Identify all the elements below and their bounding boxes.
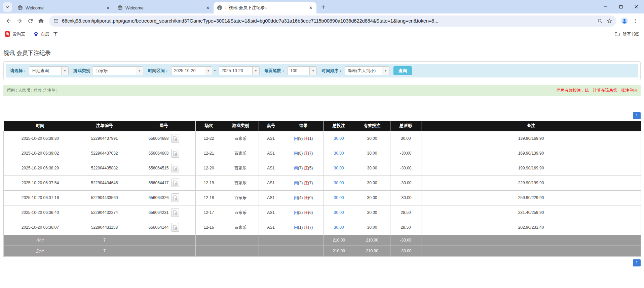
- search-button[interactable]: 查询: [393, 66, 412, 75]
- address-bar[interactable]: 66cxkj98.com/ipl/portal.php/game/betreco…: [49, 15, 616, 27]
- back-button[interactable]: [3, 15, 14, 26]
- round-number: 656064326: [148, 195, 168, 200]
- table-row: 2025-10-20 06:39:30522904437991656064688…: [4, 131, 641, 146]
- page-title: 视讯 会员下注纪录: [3, 49, 641, 57]
- cell-game-type: 百家乐: [222, 220, 259, 235]
- zoom-icon[interactable]: [597, 18, 603, 24]
- cell-session: 12-18: [196, 190, 222, 205]
- video-replay-icon[interactable]: [171, 179, 179, 187]
- all-bookmarks-button[interactable]: 所有书签: [614, 31, 639, 37]
- page-size-select[interactable]: 100 ▼: [287, 66, 317, 75]
- globe-icon: [17, 5, 23, 10]
- cell-total-bet: 30.00: [324, 146, 354, 161]
- browser-tab-active[interactable]: :::视讯 会员下注纪录::: ✕: [214, 2, 316, 13]
- cell-valid-bet: 30.00: [354, 175, 390, 190]
- sort-order-select[interactable]: 降幂(由大到小) ▼: [345, 66, 389, 75]
- total-bet-link[interactable]: 30.00: [334, 210, 344, 215]
- cell-remark: 259.90/229.90: [421, 190, 641, 205]
- date-to-select[interactable]: 2025-10-20 ▼: [219, 66, 260, 75]
- minimize-button[interactable]: [598, 0, 613, 13]
- tab-search-button[interactable]: [3, 2, 12, 12]
- cell-game-type: 百家乐: [222, 131, 259, 146]
- cell-table-number: AS1: [259, 131, 283, 146]
- reload-button[interactable]: [25, 15, 36, 26]
- bookmark-label: 百度一下: [41, 31, 58, 37]
- page-1-button[interactable]: 1: [633, 112, 641, 119]
- total-bet-link[interactable]: 30.00: [334, 181, 344, 185]
- menu-icon[interactable]: [630, 15, 641, 26]
- home-button[interactable]: [36, 15, 46, 26]
- summary-cell: [132, 246, 196, 256]
- chevron-down-icon: ▼: [61, 67, 68, 75]
- tab-title: Welcome: [125, 5, 202, 10]
- summary-row: 小计7210.00210.00-33.00: [4, 235, 641, 246]
- taobao-icon: 淘: [5, 31, 10, 37]
- cell-table-number: AS1: [259, 175, 283, 190]
- cell-round-number: 656064515: [132, 161, 196, 175]
- cell-valid-bet: 30.00: [354, 220, 390, 235]
- total-bet-link[interactable]: 30.00: [334, 136, 344, 141]
- cell-game-type: 百家乐: [222, 205, 259, 220]
- round-number: 656064144: [148, 225, 168, 230]
- cell-session: 12-16: [196, 220, 222, 235]
- cell-round-number: 656064603: [132, 146, 196, 161]
- chevron-down-icon: ▼: [309, 67, 316, 75]
- table-row: 2025-10-20 06:36:40522904432274656064231…: [4, 205, 641, 220]
- cell-time: 2025-10-20 06:36:40: [4, 205, 77, 220]
- summary-cell: -33.00: [390, 235, 421, 246]
- cell-payout: -30.00: [390, 146, 421, 161]
- close-icon[interactable]: ✕: [105, 5, 111, 11]
- video-replay-icon[interactable]: [171, 223, 179, 232]
- profile-avatar[interactable]: [619, 15, 630, 26]
- cell-valid-bet: 30.00: [354, 161, 390, 175]
- summary-cell: 210.00: [324, 246, 354, 256]
- table-row: 2025-10-20 06:36:07522904431158656064144…: [4, 220, 641, 235]
- query-mode-select[interactable]: 日期查询 ▼: [29, 66, 69, 75]
- browser-tab-1[interactable]: Welcome ✕: [14, 2, 114, 13]
- video-replay-icon[interactable]: [171, 193, 179, 202]
- summary-cell: [222, 235, 259, 246]
- new-tab-button[interactable]: +: [318, 2, 328, 12]
- column-header: 时间: [4, 121, 77, 131]
- video-replay-icon[interactable]: [171, 149, 179, 158]
- browser-window: Welcome ✕ Welcome ✕ :::视讯 会员下注纪录::: ✕ +: [0, 0, 644, 40]
- bookmark-aitaobao[interactable]: 淘 爱淘宝: [5, 31, 25, 37]
- bookmark-star-icon[interactable]: [606, 18, 612, 24]
- cell-total-bet: 30.00: [324, 205, 354, 220]
- cell-bet-number: 522904433560: [77, 190, 132, 205]
- bookmark-baidu[interactable]: 百度一下: [33, 31, 58, 37]
- video-replay-icon[interactable]: [171, 134, 179, 143]
- date-from-select[interactable]: 2025-10-20 ▼: [171, 66, 212, 75]
- site-settings-icon[interactable]: [53, 18, 59, 24]
- tab-strip: Welcome ✕ Welcome ✕ :::视讯 会员下注纪录::: ✕ +: [0, 0, 644, 13]
- cell-valid-bet: 30.00: [354, 190, 390, 205]
- close-icon[interactable]: ✕: [205, 5, 211, 11]
- forward-button[interactable]: [14, 15, 25, 26]
- close-icon[interactable]: ✕: [308, 5, 314, 11]
- cell-bet-number: 522904431158: [77, 220, 132, 235]
- close-window-button[interactable]: [629, 0, 644, 13]
- cell-valid-bet: 30.00: [354, 131, 390, 146]
- column-header: 备注: [421, 121, 641, 131]
- game-type-select[interactable]: 百家乐 ▼: [92, 66, 143, 75]
- summary-cell: [196, 246, 222, 256]
- total-bet-link[interactable]: 30.00: [334, 166, 344, 170]
- total-bet-link[interactable]: 30.00: [334, 225, 344, 230]
- maximize-button[interactable]: [613, 0, 629, 13]
- column-header: 总投注: [324, 121, 354, 131]
- total-bet-link[interactable]: 30.00: [334, 195, 344, 200]
- cell-bet-number: 522904437032: [77, 146, 132, 161]
- browser-tab-2[interactable]: Welcome ✕: [114, 2, 214, 13]
- video-replay-icon[interactable]: [171, 164, 179, 172]
- page-1-button[interactable]: 1: [633, 259, 641, 266]
- total-bet-link[interactable]: 30.00: [334, 151, 344, 156]
- sort-order-label: 时间排序：: [321, 68, 343, 74]
- cell-session: 12-20: [196, 161, 222, 175]
- video-replay-icon[interactable]: [171, 208, 179, 217]
- cell-time: 2025-10-20 06:39:30: [4, 131, 77, 146]
- table-header-row: 时间注单编号局号场次游戏类别桌号结果总投注有效投注总派彩备注: [4, 121, 641, 131]
- table-row: 2025-10-20 06:37:54522904434645656064417…: [4, 175, 641, 190]
- summary-cell: [196, 235, 222, 246]
- round-number: 656064688: [148, 136, 168, 141]
- cell-round-number: 656064688: [132, 131, 196, 146]
